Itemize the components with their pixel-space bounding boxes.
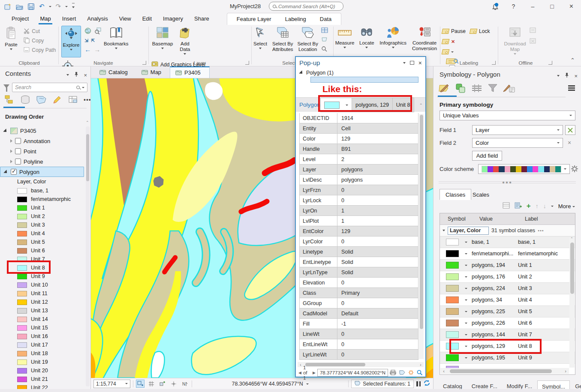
ribbon-tab[interactable]: Imagery <box>157 13 189 25</box>
popup-hscroll-right-icon[interactable]: › <box>418 362 424 367</box>
ribbon-tab[interactable]: Edit <box>137 13 157 25</box>
value-column-header[interactable]: Value <box>477 216 522 222</box>
close-icon[interactable]: × <box>562 0 581 13</box>
field1-dropdown[interactable]: Layer <box>472 125 563 135</box>
legend-item[interactable]: Unit 10 <box>0 281 84 289</box>
crosshair-icon[interactable] <box>169 380 178 388</box>
new-project-icon[interactable] <box>4 3 12 10</box>
field2-remove-icon[interactable]: × <box>568 139 571 146</box>
group-name-input[interactable]: Layer, Color <box>448 227 489 235</box>
legend-swatch[interactable] <box>17 231 27 236</box>
contextual-tab[interactable]: Labeling <box>278 14 313 24</box>
class-label[interactable]: Unit 7 <box>518 332 575 338</box>
add-data-button[interactable]: Add Data <box>176 25 194 58</box>
legend-swatch[interactable] <box>17 205 27 211</box>
notifications-icon[interactable] <box>487 3 504 10</box>
layer-visibility-checkbox[interactable] <box>15 159 21 165</box>
bookmarks-dropdown-icon[interactable] <box>115 48 117 49</box>
expander-icon[interactable] <box>10 150 12 153</box>
show-all-values-icon[interactable] <box>503 202 510 210</box>
attribute-table-icon[interactable] <box>321 27 328 34</box>
layer-visibility-checkbox[interactable] <box>15 148 21 154</box>
legend-item[interactable]: fen\metamorphic <box>0 195 84 203</box>
legend-item[interactable]: Unit 20 <box>0 366 84 375</box>
popup-scroll-up-icon[interactable]: ⌃ <box>419 103 423 108</box>
legend-item[interactable]: Unit 11 <box>0 289 84 298</box>
paste-dropdown-icon[interactable] <box>10 48 12 50</box>
layer-visibility-checkbox[interactable] <box>15 138 21 144</box>
vary-symbology-tab-icon[interactable] <box>455 83 466 95</box>
zoom-to-selection-icon[interactable] <box>94 27 101 36</box>
snap-mode-icon[interactable] <box>136 380 144 388</box>
primary-symbology-tab-icon[interactable] <box>439 83 450 95</box>
document-tab[interactable]: Map <box>136 66 170 78</box>
contents-scroll-up-icon[interactable]: ⌃ <box>86 120 89 125</box>
coordinates-dropdown-icon[interactable] <box>306 383 309 385</box>
layer-visibility-checkbox[interactable] <box>11 169 17 175</box>
explore-button[interactable]: Explore <box>61 26 81 57</box>
panel-splitter-handle[interactable]: ●●● <box>502 180 512 185</box>
legend-swatch[interactable] <box>17 282 27 288</box>
class-label[interactable]: base, 1 <box>518 239 575 245</box>
infographics-button[interactable]: Infographics <box>378 25 409 58</box>
class-label[interactable]: Unit 5 <box>518 308 575 314</box>
list-by-data-source-icon[interactable] <box>20 95 30 105</box>
locate-dropdown-icon[interactable] <box>365 47 368 48</box>
cut-button[interactable]: Cut <box>24 27 56 35</box>
legend-swatch[interactable] <box>17 291 27 296</box>
offline-dialog-launcher-icon[interactable] <box>548 61 552 65</box>
symbol-class-row[interactable]: fen\metamorphi... fen\metamorphic <box>440 248 575 260</box>
class-value[interactable]: polygons, 194 <box>472 262 515 268</box>
renderer-dropdown[interactable]: Unique Values <box>440 111 575 120</box>
symbol-class-row[interactable]: base, 1 base, 1 <box>440 236 575 248</box>
popup-vertical-scrollbar[interactable]: ⌄ <box>419 114 424 359</box>
legend-swatch[interactable] <box>17 351 27 356</box>
class-value[interactable]: polygons, 195 <box>472 355 515 361</box>
class-label[interactable]: Unit 2 <box>518 274 575 280</box>
symbol-column-header[interactable]: Symbol <box>440 216 477 222</box>
download-map-button[interactable]: Download Map <box>502 25 528 58</box>
infographics-dropdown-icon[interactable] <box>392 47 394 48</box>
locate-button[interactable]: Locate <box>357 25 376 58</box>
class-symbol-swatch[interactable] <box>446 320 459 326</box>
previous-extent-icon[interactable]: ← <box>84 46 91 53</box>
filter-symbology-tab-icon[interactable] <box>488 83 498 95</box>
symbol-class-row[interactable]: polygons, 226 Unit 6 <box>440 317 575 329</box>
pointer-coordinates[interactable]: 78.3064656°W 44.9594577°N <box>195 381 346 387</box>
legend-item[interactable]: Unit 15 <box>0 323 84 332</box>
legend-item[interactable]: Unit 6 <box>0 246 84 255</box>
class-label[interactable]: Unit 1 <box>518 262 575 268</box>
layer-label[interactable]: P3405 <box>20 128 36 134</box>
legend-swatch[interactable] <box>17 377 27 382</box>
legend-swatch[interactable] <box>17 239 27 245</box>
class-value[interactable]: polygons, 144 <box>472 332 515 338</box>
copy-button[interactable]: Copy <box>24 37 56 45</box>
fixed-zoom-out-icon[interactable]: ⇱ <box>91 38 95 43</box>
class-label[interactable]: Unit 3 <box>518 285 575 291</box>
symbology-options-menu-icon[interactable] <box>568 85 575 91</box>
class-symbol-swatch[interactable] <box>446 308 459 315</box>
legend-item[interactable]: Unit 12 <box>0 298 84 306</box>
color-scheme-options-gear-icon[interactable] <box>571 165 578 174</box>
layer-label[interactable]: Point <box>24 148 36 155</box>
class-symbol-dropdown-icon[interactable] <box>465 265 467 266</box>
class-symbol-dropdown-icon[interactable] <box>465 253 467 254</box>
paste-button[interactable]: Paste <box>2 25 21 58</box>
symbol-class-row[interactable]: polygons, 34 Unit 4 <box>440 294 575 306</box>
contents-close-icon[interactable]: × <box>84 72 87 78</box>
layer-label[interactable]: Polyline <box>24 159 43 165</box>
collapse-ribbon-icon[interactable]: ⌃ <box>570 57 575 63</box>
filter-icon[interactable] <box>3 84 9 88</box>
measure-dropdown-icon[interactable] <box>343 47 346 48</box>
legend-swatch[interactable] <box>17 274 27 279</box>
more-button[interactable]: More <box>558 203 575 209</box>
layer-label[interactable]: Annotation <box>24 138 50 144</box>
layer-label[interactable]: Polygon <box>19 169 39 175</box>
legend-swatch[interactable] <box>17 308 27 314</box>
scale-dropdown-icon[interactable] <box>125 383 128 384</box>
copy-path-button[interactable]: Copy Path <box>24 46 56 54</box>
classes-group-row[interactable]: Layer, Color 31 symbol classes ••• <box>440 225 575 236</box>
maximize-icon[interactable]: □ <box>542 0 562 13</box>
class-symbol-dropdown-icon[interactable] <box>465 276 467 278</box>
label-column-header[interactable]: Label <box>522 216 575 222</box>
